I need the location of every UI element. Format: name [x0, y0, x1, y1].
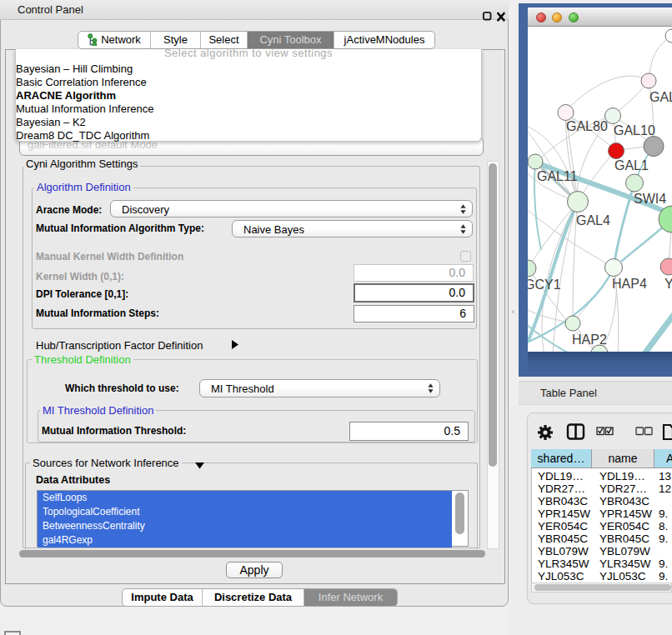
svg-text:GAL80: GAL80 [566, 119, 608, 133]
svg-text:GAL2: GAL2 [649, 90, 672, 104]
svg-text:HAP2: HAP2 [572, 332, 607, 347]
svg-text:GAL1: GAL1 [614, 158, 649, 172]
svg-text:HAP4: HAP4 [612, 277, 647, 291]
svg-text:SWI4: SWI4 [634, 192, 666, 206]
svg-text:Y: Y [664, 277, 672, 291]
svg-text:GCY1: GCY1 [528, 278, 561, 292]
svg-text:GAL4: GAL4 [576, 213, 610, 228]
svg-text:GAL10: GAL10 [614, 123, 655, 138]
svg-text:GAL11: GAL11 [537, 169, 578, 183]
